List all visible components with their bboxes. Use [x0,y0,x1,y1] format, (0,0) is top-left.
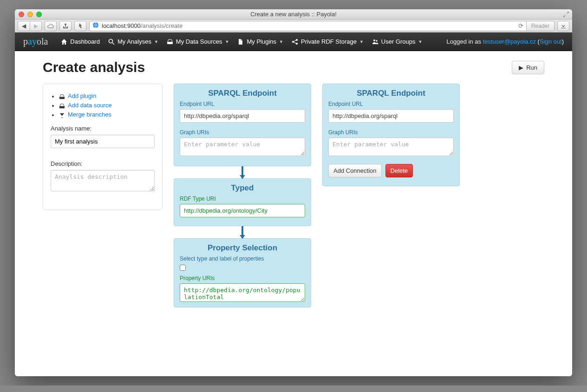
back-button[interactable]: ◀ [18,21,30,31]
address-bar-group: localhost:9000/analysis/create ⟳ Reader [89,21,554,31]
merge-branches-link[interactable]: Merge branches [59,111,111,118]
svg-point-4 [296,39,298,41]
share-button[interactable] [59,21,72,31]
icloud-button[interactable] [45,21,57,31]
svg-point-5 [296,43,298,45]
signout-link[interactable]: Sign out [540,38,562,45]
downloads-button[interactable] [557,21,569,31]
brand-logo[interactable]: payola [23,36,52,47]
site-icon [92,22,99,30]
nav-label: Dashboard [70,38,100,45]
url-host: localhost:9000/analysis/create [102,22,183,29]
plugin-title: Property Selection [180,243,305,253]
nav-back-forward: ◀ ▶ [18,21,42,31]
analysis-name-label: Analysis name: [51,125,155,132]
nav-dashboard[interactable]: Dashboard [61,38,100,45]
window-title: Create a new analysis :: Payola! [15,11,572,18]
plugin-title: SPARQL Endpoint [328,89,454,98]
home-icon [61,39,67,45]
analysis-name-input[interactable] [51,135,155,148]
connector-arrow [241,226,243,238]
rdf-type-uri-input[interactable] [180,204,305,217]
link-label: Merge branches [68,111,111,118]
nav-label: My Analyses [117,38,151,45]
nav-label: My Plugins [247,38,276,45]
list-item: Add plugin [59,92,155,100]
play-icon: ▶ [519,64,523,71]
link-label: Add plugin [68,92,96,99]
nav-label: Private RDF Storage [301,38,357,45]
svg-rect-2 [167,42,173,44]
nav-label: User Groups [381,38,416,45]
list-item: Merge branches [59,111,155,118]
nav-my-plugins[interactable]: My Plugins▼ [237,38,283,45]
add-connection-button[interactable]: Add Connection [328,164,382,177]
forward-button[interactable]: ▶ [30,21,42,31]
svg-point-3 [292,41,294,43]
hdd-icon [167,39,173,45]
list-item: Add data source [59,102,155,109]
svg-rect-8 [59,97,65,99]
graph-uris-textarea[interactable] [180,137,305,156]
endpoint-url-input[interactable] [328,109,454,123]
user-status: Logged in as testuser@payola.cz (Sign ou… [447,38,564,45]
sidebar-actions: Add plugin Add data source Merge branche… [51,92,155,118]
plugin-card-property-selection: Property Selection Select type and label… [174,238,311,307]
delete-button[interactable]: Delete [385,164,413,177]
svg-point-7 [376,40,377,41]
connector-arrow [241,166,243,178]
field-label: Endpoint URL [180,101,305,107]
field-label: RDF Type URI [180,196,305,202]
hdd-icon [59,102,65,108]
run-label: Run [526,64,537,71]
share-icon [292,39,298,45]
sidebar-panel: Add plugin Add data source Merge branche… [43,84,163,210]
browser-window: Create a new analysis :: Payola! ◀ ▶ loc… [15,9,572,376]
link-label: Add data source [68,102,112,109]
nav-label: My Data Sources [176,38,222,45]
add-plugin-link[interactable]: Add plugin [59,92,96,99]
reader-button[interactable]: Reader [527,21,554,31]
glass-icon [59,111,65,118]
add-data-source-link[interactable]: Add data source [59,102,112,109]
endpoint-url-input[interactable] [180,109,305,123]
user-link[interactable]: testuser@payola.cz [483,38,536,45]
svg-point-6 [373,39,375,41]
window-titlebar: Create a new analysis :: Payola! [15,9,572,20]
reload-icon[interactable]: ⟳ [518,22,523,29]
inspector-button[interactable] [74,21,86,31]
nav-my-analyses[interactable]: My Analyses▼ [108,38,158,45]
page-title: Create analysis [43,59,145,75]
property-uris-textarea[interactable]: http://dbpedia.org/ontology/populationTo… [180,283,305,302]
nav-user-groups[interactable]: User Groups▼ [372,38,423,45]
page-content: Create analysis ▶ Run Add plugin [15,51,572,376]
app-navbar: payola Dashboard My Analyses▼ My Data So… [15,33,572,51]
field-label: Property URIs [180,275,305,281]
fullscreen-icon[interactable] [563,11,569,18]
pipeline-column: SPARQL Endpoint Endpoint URL Graph URIs … [174,84,311,307]
field-label: Graph URIs [328,129,454,136]
nav-my-data-sources[interactable]: My Data Sources▼ [167,38,229,45]
description-textarea[interactable] [51,170,155,191]
file-icon [237,39,244,45]
plugin-card-sparql-endpoint-right: SPARQL Endpoint Endpoint URL Graph URIs … [322,84,460,186]
card-buttons: Add Connection Delete [328,164,454,177]
plugin-title: Typed [180,183,305,193]
hdd-icon [59,93,65,99]
run-button[interactable]: ▶ Run [512,61,544,74]
nav-private-rdf-storage[interactable]: Private RDF Storage▼ [292,38,364,45]
svg-rect-9 [59,106,65,109]
field-label: Graph URIs [180,129,305,136]
field-label: Endpoint URL [328,101,454,107]
plugin-title: SPARQL Endpoint [180,89,305,98]
address-bar[interactable]: localhost:9000/analysis/create ⟳ [89,21,527,31]
browser-toolbar: ◀ ▶ localhost:9000/analysis/create ⟳ Rea… [15,20,572,33]
plugin-subtitle: Select type and label of properties [180,255,305,262]
description-label: Description: [51,160,155,167]
plugin-card-typed: Typed RDF Type URI [174,178,311,226]
users-icon [372,39,378,45]
plugin-card-sparql-endpoint: SPARQL Endpoint Endpoint URL Graph URIs [174,84,311,166]
select-type-checkbox[interactable] [180,265,186,271]
search-icon [108,39,115,45]
graph-uris-textarea[interactable] [328,137,454,156]
